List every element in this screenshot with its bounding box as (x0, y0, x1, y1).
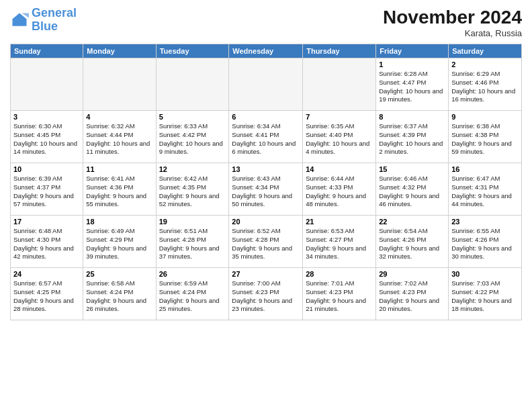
day-number: 30 (451, 270, 519, 278)
calendar-cell: 4Sunrise: 6:32 AM Sunset: 4:44 PM Daylig… (83, 111, 156, 163)
day-info: Sunrise: 6:38 AM Sunset: 4:38 PM Dayligh… (451, 122, 519, 156)
day-number: 13 (232, 165, 300, 173)
calendar-cell: 20Sunrise: 6:52 AM Sunset: 4:28 PM Dayli… (229, 216, 303, 268)
day-number: 6 (232, 113, 300, 121)
day-info: Sunrise: 6:28 AM Sunset: 4:47 PM Dayligh… (379, 70, 445, 104)
day-number: 7 (306, 113, 373, 121)
day-number: 25 (86, 270, 152, 278)
page: General Blue November 2024 Karata, Russi… (0, 0, 532, 411)
weekday-header: Friday (376, 44, 449, 58)
calendar-cell: 10Sunrise: 6:39 AM Sunset: 4:37 PM Dayli… (11, 163, 83, 216)
day-info: Sunrise: 6:57 AM Sunset: 4:25 PM Dayligh… (13, 279, 80, 314)
calendar-cell: 12Sunrise: 6:42 AM Sunset: 4:35 PM Dayli… (156, 163, 229, 216)
calendar-cell (83, 58, 156, 111)
svg-marker-0 (13, 13, 27, 26)
day-info: Sunrise: 6:46 AM Sunset: 4:32 PM Dayligh… (379, 175, 445, 209)
weekday-header: Thursday (303, 44, 376, 58)
calendar-cell (229, 58, 303, 111)
day-number: 19 (159, 218, 226, 226)
calendar-cell: 16Sunrise: 6:47 AM Sunset: 4:31 PM Dayli… (449, 163, 522, 216)
calendar-cell: 27Sunrise: 7:00 AM Sunset: 4:23 PM Dayli… (229, 268, 303, 320)
calendar-cell: 21Sunrise: 6:53 AM Sunset: 4:27 PM Dayli… (303, 216, 376, 268)
calendar-cell: 9Sunrise: 6:38 AM Sunset: 4:38 PM Daylig… (449, 111, 522, 163)
day-info: Sunrise: 6:48 AM Sunset: 4:30 PM Dayligh… (13, 227, 80, 261)
calendar: SundayMondayTuesdayWednesdayThursdayFrid… (10, 44, 522, 320)
day-number: 24 (13, 270, 80, 278)
weekday-header: Tuesday (156, 44, 229, 58)
day-info: Sunrise: 6:33 AM Sunset: 4:42 PM Dayligh… (159, 122, 226, 156)
logo-blue: Blue (32, 19, 58, 33)
calendar-cell: 29Sunrise: 7:02 AM Sunset: 4:23 PM Dayli… (376, 268, 449, 320)
calendar-cell (156, 58, 229, 111)
day-number: 27 (232, 270, 300, 278)
weekday-header-row: SundayMondayTuesdayWednesdayThursdayFrid… (11, 44, 522, 58)
day-number: 4 (86, 113, 152, 121)
calendar-cell: 19Sunrise: 6:51 AM Sunset: 4:28 PM Dayli… (156, 216, 229, 268)
calendar-cell: 24Sunrise: 6:57 AM Sunset: 4:25 PM Dayli… (11, 268, 83, 320)
calendar-cell: 5Sunrise: 6:33 AM Sunset: 4:42 PM Daylig… (156, 111, 229, 163)
day-info: Sunrise: 6:44 AM Sunset: 4:33 PM Dayligh… (306, 175, 373, 209)
day-info: Sunrise: 6:54 AM Sunset: 4:26 PM Dayligh… (379, 227, 445, 261)
day-info: Sunrise: 6:47 AM Sunset: 4:31 PM Dayligh… (451, 175, 519, 209)
day-number: 12 (159, 165, 226, 173)
day-info: Sunrise: 6:49 AM Sunset: 4:29 PM Dayligh… (86, 227, 152, 261)
weekday-header: Saturday (449, 44, 522, 58)
calendar-cell: 2Sunrise: 6:29 AM Sunset: 4:46 PM Daylig… (449, 58, 522, 111)
day-number: 17 (13, 218, 80, 226)
calendar-cell: 6Sunrise: 6:34 AM Sunset: 4:41 PM Daylig… (229, 111, 303, 163)
day-info: Sunrise: 6:41 AM Sunset: 4:36 PM Dayligh… (86, 175, 152, 209)
day-info: Sunrise: 7:02 AM Sunset: 4:23 PM Dayligh… (379, 279, 445, 314)
logo-text: General Blue (32, 7, 77, 34)
day-info: Sunrise: 6:51 AM Sunset: 4:28 PM Dayligh… (159, 227, 226, 261)
day-number: 9 (451, 113, 519, 121)
day-number: 3 (13, 113, 80, 121)
day-number: 20 (232, 218, 300, 226)
day-number: 21 (306, 218, 373, 226)
calendar-cell: 25Sunrise: 6:58 AM Sunset: 4:24 PM Dayli… (83, 268, 156, 320)
day-info: Sunrise: 6:58 AM Sunset: 4:24 PM Dayligh… (86, 279, 152, 314)
day-info: Sunrise: 6:34 AM Sunset: 4:41 PM Dayligh… (232, 122, 300, 156)
calendar-cell: 28Sunrise: 7:01 AM Sunset: 4:23 PM Dayli… (303, 268, 376, 320)
calendar-week-row: 17Sunrise: 6:48 AM Sunset: 4:30 PM Dayli… (11, 216, 522, 268)
day-number: 2 (451, 60, 519, 68)
calendar-cell (11, 58, 83, 111)
calendar-cell: 14Sunrise: 6:44 AM Sunset: 4:33 PM Dayli… (303, 163, 376, 216)
day-number: 22 (379, 218, 445, 226)
logo-icon (10, 11, 29, 30)
day-number: 14 (306, 165, 373, 173)
day-info: Sunrise: 6:39 AM Sunset: 4:37 PM Dayligh… (13, 175, 80, 209)
day-info: Sunrise: 7:01 AM Sunset: 4:23 PM Dayligh… (306, 279, 373, 314)
calendar-cell: 26Sunrise: 6:59 AM Sunset: 4:24 PM Dayli… (156, 268, 229, 320)
weekday-header: Sunday (11, 44, 83, 58)
month-title: November 2024 (383, 7, 522, 28)
header: General Blue November 2024 Karata, Russi… (10, 7, 522, 38)
logo: General Blue (10, 7, 77, 34)
calendar-week-row: 3Sunrise: 6:30 AM Sunset: 4:45 PM Daylig… (11, 111, 522, 163)
calendar-cell: 13Sunrise: 6:43 AM Sunset: 4:34 PM Dayli… (229, 163, 303, 216)
calendar-cell: 17Sunrise: 6:48 AM Sunset: 4:30 PM Dayli… (11, 216, 83, 268)
day-number: 11 (86, 165, 152, 173)
calendar-cell: 7Sunrise: 6:35 AM Sunset: 4:40 PM Daylig… (303, 111, 376, 163)
day-info: Sunrise: 6:55 AM Sunset: 4:26 PM Dayligh… (451, 227, 519, 261)
day-info: Sunrise: 6:59 AM Sunset: 4:24 PM Dayligh… (159, 279, 226, 314)
weekday-header: Monday (83, 44, 156, 58)
day-info: Sunrise: 6:37 AM Sunset: 4:39 PM Dayligh… (379, 122, 445, 156)
calendar-cell: 22Sunrise: 6:54 AM Sunset: 4:26 PM Dayli… (376, 216, 449, 268)
calendar-cell: 11Sunrise: 6:41 AM Sunset: 4:36 PM Dayli… (83, 163, 156, 216)
calendar-cell (303, 58, 376, 111)
title-area: November 2024 Karata, Russia (383, 7, 522, 38)
day-number: 26 (159, 270, 226, 278)
calendar-week-row: 10Sunrise: 6:39 AM Sunset: 4:37 PM Dayli… (11, 163, 522, 216)
calendar-cell: 3Sunrise: 6:30 AM Sunset: 4:45 PM Daylig… (11, 111, 83, 163)
day-info: Sunrise: 6:52 AM Sunset: 4:28 PM Dayligh… (232, 227, 300, 261)
day-info: Sunrise: 6:42 AM Sunset: 4:35 PM Dayligh… (159, 175, 226, 209)
location: Karata, Russia (383, 28, 522, 38)
day-info: Sunrise: 7:03 AM Sunset: 4:22 PM Dayligh… (451, 279, 519, 314)
calendar-cell: 30Sunrise: 7:03 AM Sunset: 4:22 PM Dayli… (449, 268, 522, 320)
day-number: 5 (159, 113, 226, 121)
day-number: 28 (306, 270, 373, 278)
day-info: Sunrise: 7:00 AM Sunset: 4:23 PM Dayligh… (232, 279, 300, 314)
day-number: 10 (13, 165, 80, 173)
calendar-cell: 18Sunrise: 6:49 AM Sunset: 4:29 PM Dayli… (83, 216, 156, 268)
weekday-header: Wednesday (229, 44, 303, 58)
